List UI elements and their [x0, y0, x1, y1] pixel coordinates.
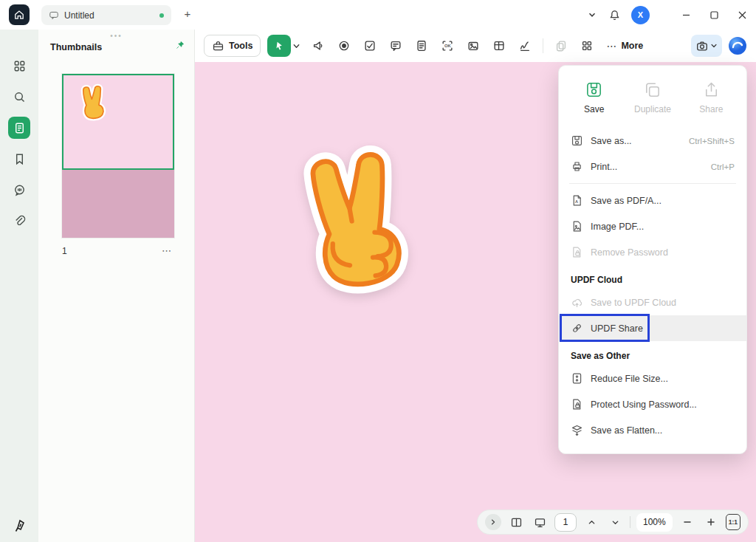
user-avatar[interactable]: X [631, 6, 650, 24]
attachments-button[interactable] [8, 210, 30, 232]
page-number-input[interactable] [554, 513, 577, 532]
svg-text:A: A [575, 199, 578, 204]
select-tool-split-button[interactable] [267, 35, 300, 57]
peace-hand-sticker-mini [75, 81, 111, 122]
apps-grid-icon [13, 59, 27, 73]
cloud-upload-icon [571, 296, 583, 309]
chevron-down-icon [588, 10, 597, 19]
duplicate-icon [643, 80, 662, 99]
save-menu-button[interactable] [691, 35, 722, 57]
home-button[interactable] [9, 4, 30, 25]
ai-assistant-button[interactable] [728, 36, 747, 55]
pin-panel-button[interactable] [174, 40, 185, 54]
menu-item-print[interactable]: Print... Ctrl+P [559, 154, 746, 179]
tab-title: Untitled [64, 10, 94, 21]
updf-logo[interactable] [0, 518, 38, 533]
edit-pdf-button[interactable] [410, 35, 433, 57]
minimize-button[interactable] [672, 0, 700, 30]
search-icon [13, 90, 27, 104]
pages-button[interactable] [550, 35, 572, 57]
menu-item-updf-share[interactable]: UPDF Share [559, 315, 746, 341]
unsaved-dot [159, 13, 164, 18]
thumbnails-panel-button[interactable] [8, 117, 30, 139]
chevron-right-icon [489, 518, 497, 526]
bookmarks-button[interactable] [8, 148, 30, 170]
menu-item-reduce-file-size[interactable]: Reduce File Size... [559, 366, 746, 391]
new-tab-button[interactable]: + [180, 7, 195, 20]
menu-item-save-as[interactable]: Save as... Ctrl+Shift+S [559, 128, 746, 154]
expand-statusbar-button[interactable] [485, 514, 501, 530]
menu-item-save-to-cloud[interactable]: Save to UPDF Cloud [559, 289, 746, 315]
ocr-button[interactable]: OK [436, 35, 458, 57]
updf-window: Untitled + X [0, 0, 756, 542]
actual-size-button[interactable]: 1:1 [726, 514, 740, 530]
table-icon [492, 39, 506, 52]
menu-item-save-as-pdfa[interactable]: A Save as PDF/A... [559, 188, 746, 213]
comment-tool-button[interactable] [385, 35, 407, 57]
zoom-level[interactable]: 100% [636, 513, 673, 532]
panel-more-button[interactable]: ⋯ [162, 245, 174, 256]
menu-item-save-as-flatten[interactable]: Save as Flatten... [559, 417, 746, 443]
save-button[interactable]: Save [565, 76, 623, 119]
plus-icon [707, 518, 715, 526]
updf-logo-icon [12, 518, 27, 533]
crop-button[interactable] [462, 35, 484, 57]
titlebar-dropdown-button[interactable] [581, 4, 603, 26]
paperclip-icon [13, 214, 27, 228]
read-aloud-button[interactable] [307, 35, 329, 57]
next-page-button[interactable] [606, 513, 624, 531]
left-rail [0, 30, 38, 542]
maximize-button[interactable] [700, 0, 728, 30]
table-button[interactable] [488, 35, 510, 57]
panel-drag-handle[interactable]: ••• [38, 32, 194, 40]
tools-button[interactable]: Tools [204, 35, 261, 57]
save-as-icon [571, 134, 583, 147]
image-icon [467, 39, 480, 52]
reader-mode-button[interactable] [507, 513, 525, 531]
apps-button[interactable] [8, 55, 30, 77]
image-pdf-icon [571, 220, 583, 233]
monitor-icon [534, 516, 546, 529]
speaker-icon [312, 39, 325, 52]
document-lines-icon [415, 39, 428, 52]
signature-icon [518, 39, 532, 52]
select-tool-button[interactable] [267, 35, 291, 57]
form-check-button[interactable] [359, 35, 381, 57]
search-button[interactable] [8, 86, 30, 108]
shortcut-label: Ctrl+Shift+S [689, 137, 735, 145]
peace-hand-sticker [284, 136, 426, 299]
previous-page-button[interactable] [583, 513, 600, 531]
comments-button[interactable] [8, 179, 30, 201]
more-tools-button[interactable]: ⋯ More [602, 35, 647, 57]
home-icon [13, 9, 25, 21]
organize-pages-button[interactable] [576, 35, 598, 57]
save-label: Save [584, 104, 604, 114]
menu-item-protect-password[interactable]: Protect Using Password... [559, 391, 746, 417]
cursor-icon [273, 40, 285, 52]
page-thumbnail-1[interactable] [62, 74, 174, 238]
pdfa-document-icon: A [571, 194, 583, 207]
chevron-down-icon[interactable] [292, 42, 300, 50]
toolbox-icon [212, 40, 224, 52]
tools-label: Tools [229, 41, 252, 51]
share-button[interactable]: Share [682, 76, 740, 119]
duplicate-button[interactable]: Duplicate [623, 76, 681, 119]
menu-item-image-pdf[interactable]: Image PDF... [559, 213, 746, 239]
notifications-button[interactable] [603, 4, 625, 26]
share-icon [702, 80, 721, 99]
record-button[interactable] [333, 35, 355, 57]
slideshow-button[interactable] [531, 513, 549, 531]
document-tab[interactable]: Untitled [41, 5, 171, 25]
save-dropdown-menu: Save Duplicate Share Save as... Ctrl+Shi… [558, 65, 747, 454]
chat-bubble-icon [49, 10, 59, 21]
zoom-out-button[interactable] [678, 513, 696, 531]
signature-button[interactable] [514, 35, 536, 57]
bell-icon [608, 9, 621, 21]
close-button[interactable] [728, 0, 756, 30]
page-number-label: 1 [62, 246, 67, 256]
zoom-in-button[interactable] [702, 513, 720, 531]
minus-icon [683, 518, 692, 526]
menu-item-remove-password[interactable]: Remove Password [559, 239, 746, 265]
thumbnail-offscreen-area [62, 170, 174, 238]
more-dots-icon: ⋯ [606, 40, 617, 52]
